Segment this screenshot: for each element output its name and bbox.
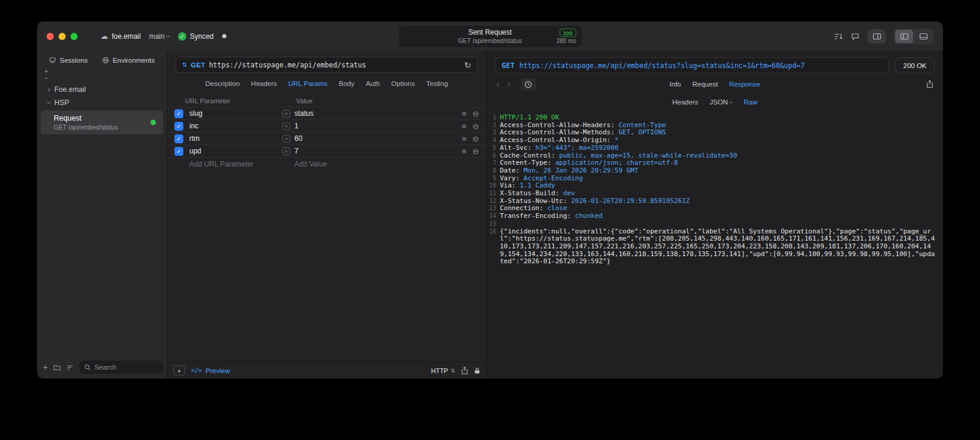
request-url[interactable]: https://statuspage.me/api/embed/status — [209, 61, 366, 69]
reorder-handle-icon[interactable]: ≡ — [462, 110, 467, 118]
request-duration: 280 ms — [557, 38, 576, 44]
import-export-icon[interactable] — [834, 32, 843, 41]
branch-name: main — [149, 32, 165, 41]
sort-filter-icon[interactable] — [66, 364, 74, 371]
preview-button[interactable]: </> Preview — [191, 367, 230, 374]
column-url-parameter: URL Parameter — [185, 97, 296, 104]
param-value-field[interactable]: status — [294, 109, 462, 118]
layout-segmented-control — [894, 29, 933, 44]
response-tab-request[interactable]: Request — [692, 81, 718, 88]
response-subtab-json[interactable]: JSON› — [709, 99, 732, 106]
history-forward-icon[interactable]: › — [507, 79, 510, 89]
reorder-handle-icon[interactable]: ≡ — [462, 147, 467, 155]
equals-icon: = — [282, 122, 290, 130]
add-param-placeholder[interactable]: Add URL Parameter — [189, 160, 294, 168]
code-line: 16{"incidents":null,"overall":{"code":"o… — [487, 228, 943, 266]
param-value-field[interactable]: 60 — [294, 134, 462, 143]
add-request-icon[interactable]: + — [43, 363, 48, 371]
search-icon — [84, 364, 91, 371]
tab-environments[interactable]: Environments — [102, 57, 155, 64]
reorder-handle-icon[interactable]: ≡ — [462, 135, 467, 143]
cloud-icon: ☁ — [100, 32, 108, 40]
param-name-field[interactable]: slug — [189, 109, 282, 118]
param-checkbox[interactable]: ✓ — [174, 147, 183, 156]
history-clock-button[interactable] — [521, 78, 536, 90]
remove-param-icon[interactable]: ⊖ — [472, 147, 479, 155]
param-value-field[interactable]: 7 — [294, 147, 462, 155]
response-request-url-bar[interactable]: GET https://statuspage.me/api/embed/stat… — [495, 57, 889, 73]
chevron-right-icon[interactable]: › — [48, 86, 50, 93]
request-method[interactable]: GET — [191, 61, 205, 69]
response-subtab-headers[interactable]: Headers — [672, 99, 698, 106]
search-input[interactable]: Search — [79, 361, 163, 374]
sidebar-collapse-icon[interactable]: − — [44, 75, 167, 82]
protocol-selector[interactable]: HTTP ⇅ — [431, 367, 455, 374]
share-icon[interactable] — [461, 367, 468, 375]
request-tab-testing[interactable]: Testing — [426, 80, 448, 87]
response-subtab-raw[interactable]: Raw — [744, 99, 757, 106]
param-row: ✓ inc = 1 ≡ ⊖ — [167, 120, 486, 133]
param-name-field[interactable]: upd — [189, 147, 282, 155]
param-row: ✓ upd = 7 ≡ ⊖ — [167, 145, 486, 158]
history-back-icon[interactable]: ‹ — [496, 79, 499, 89]
code-line: 1HTTP/1.1 200 OK — [487, 114, 943, 122]
console-toggle-button[interactable]: ▴ — [173, 365, 185, 376]
add-value-placeholder[interactable]: Add Value — [294, 160, 479, 168]
request-tab-auth[interactable]: Auth — [365, 80, 380, 87]
export-response-icon[interactable] — [926, 80, 933, 88]
close-window-button[interactable] — [47, 33, 54, 40]
request-url-bar[interactable]: ⇅ GET https://statuspage.me/api/embed/st… — [176, 57, 478, 73]
param-name-field[interactable]: rtm — [189, 134, 282, 143]
param-checkbox[interactable]: ✓ — [174, 134, 183, 143]
params-table: ✓ slug = status ≡ ⊖ ✓ inc = 1 ≡ ⊖ ✓ rtm … — [167, 107, 486, 158]
params-table-header: URL Parameter Value — [167, 94, 486, 107]
lock-icon[interactable] — [474, 367, 480, 374]
response-tab-response[interactable]: Response — [729, 81, 760, 88]
request-tab-url-params[interactable]: URL Params — [288, 80, 327, 87]
bottom-panel-toggle-icon[interactable] — [914, 30, 932, 43]
project-switcher[interactable]: ☁ foe.email — [100, 32, 141, 41]
param-checkbox[interactable]: ✓ — [174, 109, 183, 118]
branch-selector[interactable]: main › — [149, 32, 170, 41]
remove-param-icon[interactable]: ⊖ — [472, 122, 479, 130]
response-tab-info[interactable]: Info — [669, 81, 681, 88]
remove-param-icon[interactable]: ⊖ — [472, 135, 479, 143]
request-tab-options[interactable]: Options — [391, 80, 415, 87]
sync-status[interactable]: ✓ Synced — [178, 32, 214, 41]
param-name-field[interactable]: inc — [189, 122, 282, 130]
tree-item-foe-email[interactable]: › Foe.email — [37, 83, 167, 96]
tree-item-hsp[interactable]: › HSP — [37, 96, 167, 109]
updown-chevrons-icon: ⇅ — [450, 368, 455, 374]
code-icon: </> — [191, 367, 202, 374]
sync-label: Synced — [190, 32, 214, 41]
request-footer-bar: ▴ </> Preview HTTP ⇅ — [167, 362, 486, 379]
request-status-pill[interactable]: Sent Request GET /api/embed/status 200 2… — [399, 26, 582, 47]
feedback-comment-icon[interactable] — [851, 32, 859, 41]
panel-layout-toggle-icon[interactable] — [868, 29, 886, 44]
param-value-field[interactable]: 1 — [294, 122, 462, 130]
remove-param-icon[interactable]: ⊖ — [472, 110, 479, 118]
add-param-row[interactable]: Add URL Parameter Add Value — [167, 158, 486, 170]
response-status-badge: 200 OK — [895, 57, 935, 73]
zoom-window-button[interactable] — [70, 33, 78, 40]
response-url: https://statuspage.me/api/embed/status?s… — [520, 61, 805, 70]
param-checkbox[interactable]: ✓ — [174, 122, 183, 131]
chevron-down-icon[interactable]: › — [45, 101, 53, 104]
request-item-title: Request — [54, 113, 157, 123]
response-raw-code[interactable]: 1HTTP/1.1 200 OK2Access-Control-Allow-He… — [487, 109, 943, 379]
refresh-icon[interactable]: ↻ — [464, 60, 471, 70]
method-selector-icon[interactable]: ⇅ — [182, 61, 187, 68]
reorder-handle-icon[interactable]: ≡ — [462, 122, 467, 130]
response-subtabs: HeadersJSON›Raw — [487, 95, 943, 109]
new-folder-icon[interactable] — [53, 364, 61, 371]
request-editor-panel: ⇅ GET https://statuspage.me/api/embed/st… — [167, 51, 487, 379]
request-tab-headers[interactable]: Headers — [251, 80, 277, 87]
request-tab-body[interactable]: Body — [339, 80, 354, 87]
sessions-icon — [49, 57, 56, 64]
sidebar-request-item[interactable]: Request GET /api/embed/status — [41, 110, 163, 134]
tab-sessions[interactable]: Sessions — [49, 57, 88, 64]
sidebar-add-icon[interactable]: + — [44, 69, 167, 75]
request-tab-description[interactable]: Description — [205, 80, 240, 87]
sidebar-toggle-icon[interactable] — [895, 30, 913, 43]
minimize-window-button[interactable] — [59, 33, 66, 40]
